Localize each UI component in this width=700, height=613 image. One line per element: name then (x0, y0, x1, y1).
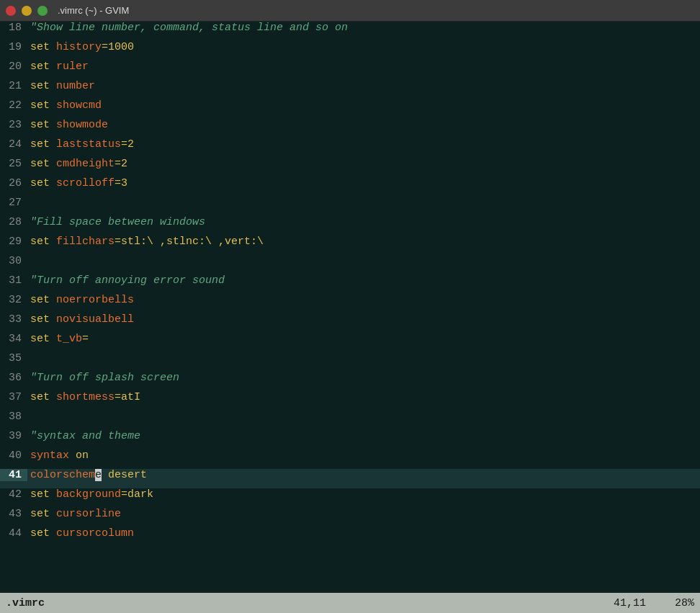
maximize-button[interactable] (37, 6, 48, 16)
line-number: 41 (0, 469, 27, 481)
line-number: 37 (0, 391, 27, 403)
line-content: set scrolloff=3 (27, 177, 700, 189)
editor-line-18: 18"Show line number, command, status lin… (0, 22, 700, 41)
line-content: set history=1000 (27, 41, 700, 53)
line-number: 22 (0, 99, 27, 112)
editor-line-35: 35 (0, 352, 700, 372)
editor-area[interactable]: 18"Show line number, command, status lin… (0, 22, 700, 593)
line-number: 38 (0, 411, 27, 423)
editor-line-27: 27 (0, 197, 700, 216)
line-number: 36 (0, 372, 27, 384)
editor-line-21: 21set number (0, 80, 700, 99)
line-content: set background=dark (27, 488, 700, 501)
line-content: set cmdheight=2 (27, 158, 700, 170)
line-number: 43 (0, 508, 27, 520)
line-content: set showcmd (27, 99, 700, 112)
line-number: 20 (0, 61, 27, 73)
editor-line-36: 36"Turn off splash screen (0, 372, 700, 391)
status-percent: 28% (675, 597, 694, 609)
line-content: set t_vb= (27, 333, 700, 345)
editor-line-38: 38 (0, 411, 700, 430)
line-content: colorscheme desert (27, 469, 700, 481)
line-content: "syntax and theme (27, 430, 700, 442)
editor-line-19: 19set history=1000 (0, 41, 700, 61)
line-content: "Show line number, command, status line … (27, 22, 700, 34)
editor-line-25: 25set cmdheight=2 (0, 158, 700, 177)
editor-line-42: 42set background=dark (0, 488, 700, 508)
editor-line-31: 31"Turn off annoying error sound (0, 274, 700, 294)
line-number: 29 (0, 236, 27, 248)
line-content: set shortmess=atI (27, 391, 700, 403)
line-number: 26 (0, 177, 27, 189)
line-number: 39 (0, 430, 27, 442)
minimize-button[interactable] (22, 6, 32, 16)
editor-line-44: 44set cursorcolumn (0, 527, 700, 547)
line-content: set ruler (27, 61, 700, 73)
status-position: 41,11 (614, 597, 646, 609)
line-number: 31 (0, 274, 27, 287)
editor-line-30: 30 (0, 255, 700, 274)
line-content: "Turn off splash screen (27, 372, 700, 384)
line-content: set fillchars=stl:\ ,stlnc:\ ,vert:\ (27, 236, 700, 248)
line-number: 27 (0, 197, 27, 209)
line-content: syntax on (27, 449, 700, 462)
line-content: set cursorline (27, 508, 700, 520)
editor-line-40: 40syntax on (0, 449, 700, 469)
line-content: set cursorcolumn (27, 527, 700, 540)
editor-line-22: 22set showcmd (0, 99, 700, 119)
line-number: 44 (0, 527, 27, 540)
line-number: 35 (0, 352, 27, 364)
editor-line-29: 29set fillchars=stl:\ ,stlnc:\ ,vert:\ (0, 236, 700, 255)
line-content: "Turn off annoying error sound (27, 274, 700, 287)
line-number: 25 (0, 158, 27, 170)
close-button[interactable] (6, 6, 16, 16)
cursor: e (95, 469, 102, 481)
editor-line-33: 33set novisualbell (0, 313, 700, 333)
line-number: 30 (0, 255, 27, 267)
editor-line-20: 20set ruler (0, 61, 700, 80)
window-title: .vimrc (~) - GVIM (58, 5, 129, 16)
line-number: 40 (0, 449, 27, 462)
line-number: 21 (0, 80, 27, 92)
editor-line-39: 39"syntax and theme (0, 430, 700, 449)
editor-line-32: 32set noerrorbells (0, 294, 700, 313)
line-number: 18 (0, 22, 27, 34)
line-content: set novisualbell (27, 313, 700, 326)
line-content: "Fill space between windows (27, 216, 700, 228)
line-number: 33 (0, 313, 27, 326)
line-number: 34 (0, 333, 27, 345)
editor-line-37: 37set shortmess=atI (0, 391, 700, 411)
line-number: 23 (0, 119, 27, 131)
status-filename: .vimrc (6, 597, 614, 609)
editor-line-43: 43set cursorline (0, 508, 700, 527)
editor-line-28: 28"Fill space between windows (0, 216, 700, 236)
line-number: 42 (0, 488, 27, 501)
line-content: set laststatus=2 (27, 138, 700, 151)
line-content: set number (27, 80, 700, 92)
editor-line-23: 23set showmode (0, 119, 700, 138)
editor-line-26: 26set scrolloff=3 (0, 177, 700, 197)
editor-line-24: 24set laststatus=2 (0, 138, 700, 158)
line-number: 32 (0, 294, 27, 306)
line-content: set showmode (27, 119, 700, 131)
title-bar: .vimrc (~) - GVIM (0, 0, 700, 22)
line-content: set noerrorbells (27, 294, 700, 306)
line-number: 24 (0, 138, 27, 151)
line-number: 28 (0, 216, 27, 228)
editor-line-41: 41colorscheme desert (0, 469, 700, 488)
status-bar: .vimrc 41,11 28% (0, 593, 700, 613)
line-number: 19 (0, 41, 27, 53)
editor-line-34: 34set t_vb= (0, 333, 700, 352)
